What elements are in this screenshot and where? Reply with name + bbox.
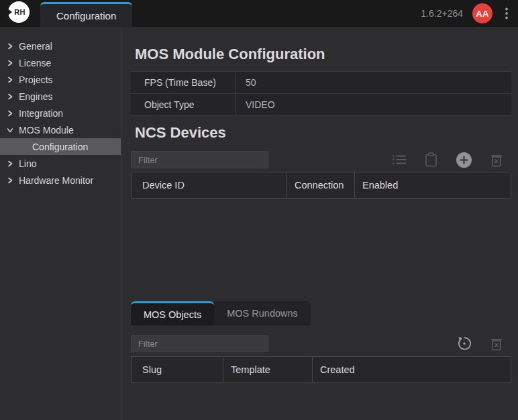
column-header-connection[interactable]: Connection bbox=[287, 172, 355, 198]
config-value-object-type[interactable]: VIDEO bbox=[236, 99, 275, 110]
delete-device-button[interactable] bbox=[490, 153, 503, 167]
ncs-filter-input[interactable] bbox=[131, 151, 268, 168]
ncs-devices-title: NCS Devices bbox=[135, 123, 511, 143]
refresh-button[interactable] bbox=[456, 335, 472, 352]
config-value-fps[interactable]: 50 bbox=[236, 77, 256, 88]
chevron-right-icon bbox=[7, 177, 13, 184]
sidebar-item-license[interactable]: License bbox=[0, 54, 121, 71]
sidebar-item-label: Engines bbox=[19, 91, 53, 102]
column-header-slug[interactable]: Slug bbox=[132, 357, 223, 382]
empty-grid-area bbox=[131, 199, 511, 301]
chevron-right-icon bbox=[7, 43, 13, 50]
sidebar-nav: General License Projects Engines Integra… bbox=[0, 27, 121, 420]
chevron-right-icon bbox=[7, 110, 13, 117]
sidebar-item-label: Projects bbox=[19, 74, 53, 85]
tab-label: MOS Objects bbox=[144, 309, 201, 320]
sidebar-item-mos-module[interactable]: MOS Module bbox=[0, 121, 121, 138]
sidebar-item-integration[interactable]: Integration bbox=[0, 105, 121, 121]
chevron-right-icon bbox=[7, 76, 13, 83]
mos-panel-tabs: MOS Objects MOS Rundowns bbox=[131, 301, 511, 325]
column-header-created[interactable]: Created bbox=[313, 357, 511, 382]
sidebar-item-engines[interactable]: Engines bbox=[0, 88, 121, 105]
mos-objects-toolbar-icons bbox=[456, 335, 511, 352]
clipboard-icon bbox=[425, 152, 437, 167]
config-label: Object Type bbox=[131, 94, 236, 115]
sidebar-item-label: Configuration bbox=[32, 142, 88, 152]
sidebar-item-lino[interactable]: Lino bbox=[0, 155, 121, 172]
tab-label: MOS Rundowns bbox=[227, 308, 298, 319]
config-row-fps: FPS (Time Base) 50 bbox=[131, 72, 511, 94]
chevron-down-icon bbox=[7, 127, 13, 134]
sidebar-item-label: Hardware Monitor bbox=[19, 175, 93, 186]
ncs-toolbar-icons bbox=[392, 152, 511, 168]
mos-objects-toolbar bbox=[131, 333, 511, 354]
logo-text: RH bbox=[12, 8, 25, 16]
topbar-right: 1.6.2+264 AA bbox=[421, 3, 518, 23]
config-row-object-type: Object Type VIDEO bbox=[131, 94, 511, 116]
sidebar-item-label: Lino bbox=[19, 158, 36, 169]
list-view-button[interactable] bbox=[392, 154, 407, 165]
add-device-button[interactable] bbox=[456, 152, 472, 168]
sidebar-item-configuration[interactable]: Configuration bbox=[0, 138, 121, 155]
main-content: MOS Module Configuration FPS (Time Base)… bbox=[121, 27, 518, 420]
avatar-initials: AA bbox=[476, 9, 489, 19]
sidebar-item-general[interactable]: General bbox=[0, 38, 121, 54]
app-logo: RH bbox=[8, 1, 30, 23]
kebab-icon bbox=[505, 7, 509, 20]
chevron-right-icon bbox=[7, 93, 13, 100]
column-header-enabled[interactable]: Enabled bbox=[355, 172, 511, 198]
tab-mos-rundowns[interactable]: MOS Rundowns bbox=[214, 301, 311, 325]
config-label: FPS (Time Base) bbox=[131, 72, 236, 93]
overflow-menu-button[interactable] bbox=[502, 5, 511, 21]
column-header-template[interactable]: Template bbox=[223, 357, 313, 382]
tab-configuration[interactable]: Configuration bbox=[40, 2, 132, 27]
delete-object-button[interactable] bbox=[490, 337, 503, 351]
sidebar-item-label: License bbox=[19, 58, 51, 68]
delete-icon bbox=[490, 337, 503, 351]
sidebar-item-projects[interactable]: Projects bbox=[0, 71, 121, 88]
paste-button[interactable] bbox=[425, 152, 437, 167]
sidebar-item-label: Integration bbox=[19, 108, 63, 119]
sidebar-item-hardware-monitor[interactable]: Hardware Monitor bbox=[0, 172, 121, 189]
tab-mos-objects[interactable]: MOS Objects bbox=[131, 301, 214, 325]
sidebar-item-label: General bbox=[19, 41, 52, 52]
ncs-devices-grid-header: Device ID Connection Enabled bbox=[131, 172, 511, 199]
sidebar-item-label: MOS Module bbox=[19, 125, 74, 136]
mos-objects-grid-header: Slug Template Created bbox=[131, 356, 511, 383]
chevron-right-icon bbox=[7, 60, 13, 66]
column-header-device-id[interactable]: Device ID bbox=[132, 172, 287, 198]
refresh-icon bbox=[456, 335, 472, 352]
ncs-devices-toolbar bbox=[131, 150, 511, 170]
list-icon bbox=[392, 154, 407, 165]
chevron-right-icon bbox=[7, 160, 13, 167]
mos-config-table: FPS (Time Base) 50 Object Type VIDEO bbox=[131, 71, 511, 116]
add-icon bbox=[456, 152, 472, 168]
page-title: MOS Module Configuration bbox=[135, 44, 511, 64]
version-label: 1.6.2+264 bbox=[421, 8, 463, 19]
user-avatar[interactable]: AA bbox=[472, 3, 493, 23]
topbar: RH Configuration 1.6.2+264 AA bbox=[0, 0, 518, 27]
delete-icon bbox=[490, 153, 503, 167]
tab-configuration-label: Configuration bbox=[56, 10, 116, 21]
mos-objects-filter-input[interactable] bbox=[131, 335, 268, 352]
